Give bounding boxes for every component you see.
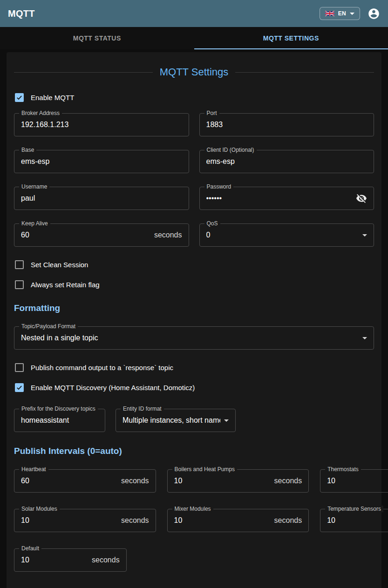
topic-payload-format-select[interactable]: Topic/Payload Format Nested in a single …	[14, 326, 374, 350]
chevron-down-icon	[350, 13, 354, 15]
field-label: Client ID (Optional)	[204, 147, 257, 153]
tab-bar: MQTT STATUS MQTT SETTINGS	[0, 27, 388, 49]
checkbox-label: Enable MQTT Discovery (Home Assistant, D…	[31, 384, 195, 392]
dropdown-arrow-icon	[362, 337, 367, 339]
field-label: QoS	[204, 220, 220, 227]
username-field: Username	[14, 187, 189, 210]
default-interval-row: Default seconds	[14, 548, 127, 572]
checkbox-label: Set Clean Session	[31, 261, 88, 269]
active-tab-indicator	[194, 48, 388, 49]
account-circle-icon	[368, 7, 380, 20]
page-header-title: MQTT	[8, 8, 35, 19]
discovery-options-row: Prefix for the Discovery topics Entity I…	[14, 409, 374, 432]
checkbox-unchecked-icon[interactable]	[15, 363, 24, 372]
field-label: Default	[19, 545, 41, 552]
settings-card: MQTT Settings Enable MQTT Broker Address…	[7, 52, 381, 588]
field-label: Heartbeat	[19, 466, 48, 473]
checkbox-enable-mqtt[interactable]: Enable MQTT	[15, 93, 374, 102]
field-label: Broker Address	[19, 110, 62, 116]
solar-modules-input[interactable]	[21, 516, 117, 525]
field-label: Keep Alive	[19, 220, 50, 227]
formatting-heading: Formatting	[14, 303, 374, 313]
tab-mqtt-settings-label: MQTT SETTINGS	[263, 34, 319, 42]
checkbox-publish-response[interactable]: Publish command output to a `response` t…	[15, 363, 374, 372]
base-field: Base	[14, 150, 189, 173]
keep-alive-input[interactable]	[21, 231, 150, 239]
field-label: Solar Modules	[19, 506, 60, 512]
title-divider-left	[14, 72, 153, 73]
tab-mqtt-settings[interactable]: MQTT SETTINGS	[194, 27, 388, 49]
tab-mqtt-status[interactable]: MQTT STATUS	[0, 27, 194, 49]
keep-alive-field: Keep Alive seconds	[14, 223, 189, 247]
language-selector-button[interactable]: EN	[320, 7, 360, 20]
discovery-prefix-field: Prefix for the Discovery topics	[14, 409, 105, 432]
boilers-field: Boilers and Heat Pumps seconds	[167, 469, 309, 493]
broker-address-field: Broker Address	[14, 113, 189, 136]
field-label: Entity ID format	[121, 406, 164, 412]
page-title: MQTT Settings	[160, 66, 229, 78]
app-bar: MQTT EN	[0, 0, 388, 27]
uk-flag-icon	[325, 11, 334, 16]
mixer-modules-input[interactable]	[174, 516, 271, 525]
field-label: Mixer Modules	[172, 506, 213, 512]
visibility-off-icon	[356, 193, 367, 204]
field-label: Password	[204, 183, 234, 190]
connection-fields-grid: Broker Address Port Base Client ID (Opti…	[14, 113, 374, 247]
client-id-input[interactable]	[206, 157, 368, 166]
unit-suffix: seconds	[154, 231, 182, 239]
field-label: Temperature Sensors	[325, 506, 383, 512]
checkbox-unchecked-icon[interactable]	[15, 280, 24, 289]
account-button[interactable]	[368, 7, 380, 20]
tab-mqtt-status-label: MQTT STATUS	[73, 34, 121, 42]
heartbeat-input[interactable]	[21, 477, 117, 485]
field-label: Boilers and Heat Pumps	[172, 466, 237, 473]
boilers-input[interactable]	[174, 477, 271, 485]
checkbox-checked-icon[interactable]	[15, 93, 24, 102]
qos-select[interactable]: QoS 0	[199, 223, 374, 247]
thermostats-field: Thermostats seconds	[320, 469, 388, 493]
topic-format-row: Topic/Payload Format Nested in a single …	[14, 326, 374, 350]
unit-suffix: seconds	[274, 516, 302, 525]
temperature-sensors-input[interactable]	[327, 516, 388, 525]
title-divider-right	[235, 72, 374, 73]
checkbox-unchecked-icon[interactable]	[15, 260, 24, 269]
username-input[interactable]	[21, 194, 182, 203]
thermostats-input[interactable]	[327, 477, 388, 485]
language-code-label: EN	[338, 10, 346, 17]
checkbox-mqtt-discovery[interactable]: Enable MQTT Discovery (Home Assistant, D…	[15, 383, 374, 392]
dropdown-arrow-icon	[224, 419, 229, 422]
checkbox-checked-icon[interactable]	[15, 383, 24, 392]
unit-suffix: seconds	[121, 516, 149, 525]
field-label: Topic/Payload Format	[19, 323, 78, 330]
entity-format-selected-value: Multiple instances, short name	[123, 416, 220, 425]
dropdown-arrow-icon	[362, 234, 367, 237]
default-field: Default seconds	[14, 548, 127, 572]
discovery-prefix-input[interactable]	[21, 416, 98, 425]
checkbox-retain-flag[interactable]: Always set Retain flag	[15, 280, 374, 289]
default-input[interactable]	[21, 556, 88, 564]
field-label: Base	[19, 147, 36, 153]
broker-address-input[interactable]	[21, 121, 182, 129]
base-input[interactable]	[21, 157, 182, 166]
entity-id-format-select[interactable]: Entity ID format Multiple instances, sho…	[116, 409, 236, 432]
port-input[interactable]	[206, 121, 368, 129]
checkbox-label: Publish command output to a `response` t…	[31, 364, 173, 372]
toggle-password-visibility-button[interactable]	[356, 193, 367, 204]
topic-format-selected-value: Nested in a single topic	[21, 334, 359, 342]
password-field: Password	[199, 187, 374, 210]
port-field: Port	[199, 113, 374, 136]
unit-suffix: seconds	[92, 556, 120, 564]
unit-suffix: seconds	[121, 477, 149, 485]
intervals-grid: Heartbeat seconds Boilers and Heat Pumps…	[14, 469, 374, 532]
checkbox-clean-session[interactable]: Set Clean Session	[15, 260, 374, 269]
checkbox-label: Always set Retain flag	[31, 281, 100, 289]
temperature-sensors-field: Temperature Sensors seconds	[320, 509, 388, 532]
field-label: Thermostats	[325, 466, 361, 473]
unit-suffix: seconds	[274, 477, 302, 485]
field-label: Username	[19, 183, 49, 190]
qos-selected-value: 0	[206, 231, 359, 239]
app-bar-actions: EN	[320, 7, 380, 20]
field-label: Prefix for the Discovery topics	[19, 406, 98, 412]
password-input[interactable]	[206, 194, 353, 203]
publish-intervals-heading: Publish Intervals (0=auto)	[14, 446, 374, 456]
